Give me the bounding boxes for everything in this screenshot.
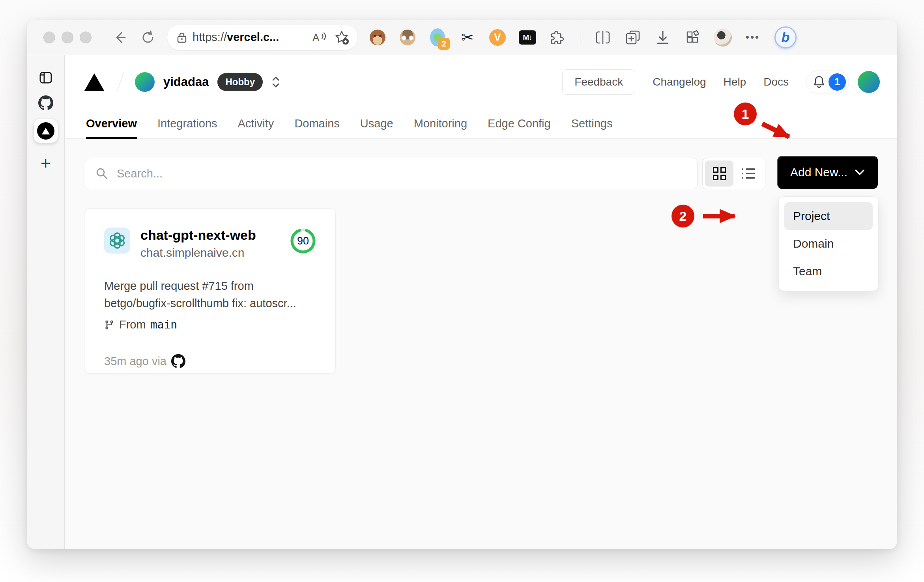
vimium-extension-icon[interactable]: V	[488, 28, 507, 47]
branch-row: From main	[104, 318, 316, 331]
team-name[interactable]: yidadaa	[163, 75, 209, 89]
apps-collections-icon[interactable]	[684, 28, 702, 47]
github-icon	[38, 95, 53, 110]
browser-window: https://vercel.c... A 2 ✂ V M↓	[27, 20, 897, 549]
split-screen-button[interactable]	[594, 28, 612, 47]
collections-add-button[interactable]	[624, 28, 642, 47]
feedback-button[interactable]: Feedback	[562, 69, 635, 95]
vercel-logo[interactable]	[84, 73, 104, 91]
notifications-button[interactable]: 1	[806, 71, 849, 93]
project-search[interactable]	[85, 158, 698, 189]
tab-activity[interactable]: Activity	[238, 108, 274, 138]
extension-icons: 2 ✂ V M↓ ••• b	[368, 28, 797, 47]
search-input[interactable]	[117, 167, 687, 180]
project-domain[interactable]: chat.simplenaive.cn	[140, 246, 290, 259]
tab-overview[interactable]: Overview	[86, 108, 137, 138]
markdown-extension-icon[interactable]: M↓	[518, 28, 537, 47]
add-new-dropdown: Project Domain Team	[778, 196, 879, 291]
bell-icon	[813, 75, 825, 89]
chevron-down-icon	[855, 169, 865, 176]
lock-icon	[177, 32, 187, 43]
url-host: vercel.c...	[227, 31, 279, 44]
downloads-button[interactable]	[654, 28, 672, 47]
analytics-score-ring[interactable]: 90	[290, 228, 316, 254]
notification-count-badge: 1	[829, 73, 846, 91]
browser-sidebar: +	[27, 55, 65, 549]
tampermonkey-extension-icon[interactable]	[368, 28, 387, 47]
user-avatar[interactable]	[858, 71, 880, 93]
refresh-button[interactable]	[139, 28, 157, 47]
minimize-button[interactable]	[62, 32, 73, 43]
read-aloud-icon[interactable]: A	[312, 31, 327, 44]
dashboard-tabs: Overview Integrations Activity Domains U…	[65, 108, 897, 139]
url-scheme: https://	[193, 31, 227, 44]
view-toggle	[702, 158, 765, 189]
traffic-lights	[43, 32, 92, 43]
grid-view-icon	[713, 167, 726, 180]
dropdown-item-team[interactable]: Team	[784, 257, 873, 285]
vercel-header: yidadaa Hobby Feedback Changelog Help Do…	[65, 55, 897, 108]
close-button[interactable]	[43, 32, 55, 43]
list-view-button[interactable]	[734, 160, 763, 187]
add-favorite-icon[interactable]	[334, 30, 350, 45]
commit-message: Merge pull request #715 from betgo/bugfi…	[104, 278, 320, 312]
tab-domains[interactable]: Domains	[294, 108, 339, 138]
project-card[interactable]: chat-gpt-next-web chat.simplenaive.cn 90…	[85, 208, 336, 374]
sidebar-tab-vercel-active[interactable]	[34, 119, 58, 143]
svg-text:A: A	[312, 32, 320, 43]
profile-avatar[interactable]	[714, 28, 732, 47]
vercel-triangle-icon	[41, 127, 50, 135]
deployment-meta: 35m ago via	[104, 354, 316, 368]
branch-prefix: From	[119, 318, 146, 331]
changelog-link[interactable]: Changelog	[653, 76, 706, 88]
tab-integrations[interactable]: Integrations	[157, 108, 217, 138]
tab-usage[interactable]: Usage	[360, 108, 393, 138]
tab-monitoring[interactable]: Monitoring	[414, 108, 467, 138]
dropdown-item-project[interactable]: Project	[784, 202, 873, 230]
extensions-puzzle-icon[interactable]	[548, 28, 567, 47]
proxy-extension-icon[interactable]: 2	[428, 28, 447, 47]
new-tab-button[interactable]: +	[41, 155, 51, 172]
breadcrumb-slash	[117, 72, 124, 92]
branch-name: main	[151, 318, 177, 331]
clipper-extension-icon[interactable]: ✂	[458, 28, 477, 47]
project-logo	[104, 228, 130, 254]
bing-chat-button[interactable]: b	[774, 28, 797, 47]
zoom-button[interactable]	[80, 32, 92, 43]
dropdown-item-domain[interactable]: Domain	[784, 230, 873, 257]
analytics-score: 90	[290, 228, 316, 254]
tab-settings[interactable]: Settings	[571, 108, 613, 138]
sidebar-toggle-button[interactable]	[38, 70, 53, 85]
refresh-icon	[140, 30, 156, 45]
browser-toolbar: https://vercel.c... A 2 ✂ V M↓	[27, 20, 897, 55]
github-icon	[171, 354, 185, 368]
back-button[interactable]	[110, 28, 129, 47]
tab-edge-config[interactable]: Edge Config	[488, 108, 551, 138]
bing-icon: b	[774, 26, 797, 48]
sidebar-tab-github[interactable]	[38, 95, 53, 110]
list-view-icon	[742, 168, 755, 179]
openai-logo-icon	[108, 231, 127, 250]
plan-badge: Hobby	[217, 73, 263, 91]
overview-content: Add New... Project Domain Team	[65, 139, 897, 549]
grid-view-button[interactable]	[705, 160, 733, 187]
add-new-button[interactable]: Add New...	[777, 156, 878, 189]
git-branch-icon	[104, 319, 114, 331]
team-switcher-chevrons[interactable]	[271, 75, 281, 89]
team-avatar[interactable]	[135, 72, 155, 92]
persona-extension-icon[interactable]	[398, 28, 417, 47]
project-name[interactable]: chat-gpt-next-web	[140, 228, 290, 243]
back-arrow-icon	[112, 30, 127, 45]
deployed-time: 35m ago via	[104, 355, 166, 368]
search-icon	[95, 167, 108, 180]
address-bar[interactable]: https://vercel.c... A	[167, 25, 357, 50]
docs-link[interactable]: Docs	[763, 76, 789, 88]
help-link[interactable]: Help	[724, 76, 746, 88]
extension-badge: 2	[438, 38, 450, 50]
more-menu-button[interactable]: •••	[744, 28, 762, 47]
toolbar-divider	[580, 30, 580, 45]
